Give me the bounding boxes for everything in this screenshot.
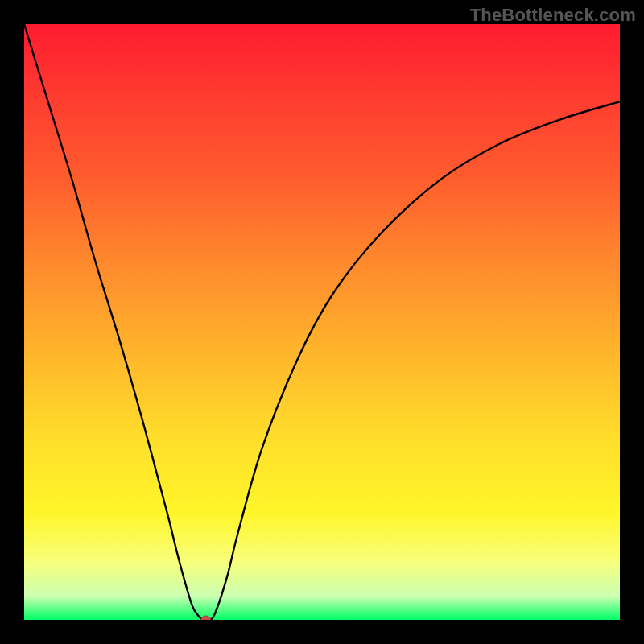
minimum-marker — [201, 616, 211, 620]
chart-svg — [24, 24, 620, 620]
watermark-text: TheBottleneck.com — [470, 5, 636, 26]
chart-frame: TheBottleneck.com — [0, 0, 644, 644]
bottleneck-curve — [24, 24, 620, 620]
